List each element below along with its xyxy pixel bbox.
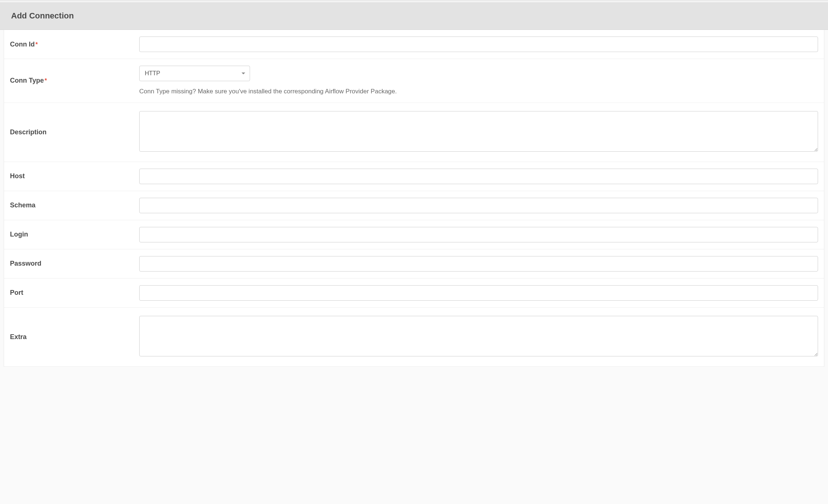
input-col-password [139, 256, 818, 272]
label-login: Login [10, 231, 28, 238]
label-col-extra: Extra [10, 333, 139, 341]
label-col-conn-type: Conn Type* [10, 77, 139, 84]
label-port: Port [10, 289, 23, 296]
host-input[interactable] [139, 169, 818, 184]
row-password: Password [4, 249, 824, 279]
conn-id-input[interactable] [139, 37, 818, 52]
label-col-login: Login [10, 231, 139, 238]
input-col-conn-type: HTTP Conn Type missing? Make sure you've… [139, 66, 818, 96]
label-col-conn-id: Conn Id* [10, 41, 139, 48]
input-col-extra [139, 316, 818, 358]
row-extra: Extra [4, 308, 824, 367]
label-schema: Schema [10, 201, 35, 209]
description-input[interactable] [139, 111, 818, 152]
input-col-schema [139, 198, 818, 213]
login-input[interactable] [139, 227, 818, 242]
conn-type-hint: Conn Type missing? Make sure you've inst… [139, 87, 818, 96]
input-col-conn-id [139, 37, 818, 52]
chevron-down-icon [242, 73, 245, 75]
page-title: Add Connection [11, 11, 817, 21]
label-extra: Extra [10, 333, 27, 341]
row-port: Port [4, 279, 824, 308]
page-header: Add Connection [0, 2, 828, 30]
label-col-host: Host [10, 172, 139, 180]
input-col-description [139, 111, 818, 153]
port-input[interactable] [139, 285, 818, 301]
label-host: Host [10, 172, 25, 180]
add-connection-form: Conn Id* Conn Type* HTTP Conn Type missi… [4, 30, 824, 367]
label-col-password: Password [10, 260, 139, 267]
label-col-schema: Schema [10, 201, 139, 209]
conn-type-selected-value: HTTP [145, 70, 160, 77]
row-schema: Schema [4, 191, 824, 220]
row-conn-id: Conn Id* [4, 30, 824, 59]
required-asterisk: * [35, 41, 38, 48]
label-description: Description [10, 128, 47, 136]
row-host: Host [4, 162, 824, 191]
conn-type-select[interactable]: HTTP [139, 66, 250, 81]
label-col-description: Description [10, 128, 139, 136]
input-col-host [139, 169, 818, 184]
row-description: Description [4, 103, 824, 162]
required-asterisk: * [45, 77, 47, 84]
row-login: Login [4, 220, 824, 249]
label-col-port: Port [10, 289, 139, 297]
label-password: Password [10, 260, 41, 267]
label-conn-type: Conn Type [10, 77, 44, 84]
schema-input[interactable] [139, 198, 818, 213]
label-conn-id: Conn Id [10, 41, 35, 48]
input-col-port [139, 285, 818, 301]
input-col-login [139, 227, 818, 242]
conn-type-select-wrap: HTTP [139, 66, 818, 81]
row-conn-type: Conn Type* HTTP Conn Type missing? Make … [4, 59, 824, 103]
password-input[interactable] [139, 256, 818, 272]
extra-input[interactable] [139, 316, 818, 356]
